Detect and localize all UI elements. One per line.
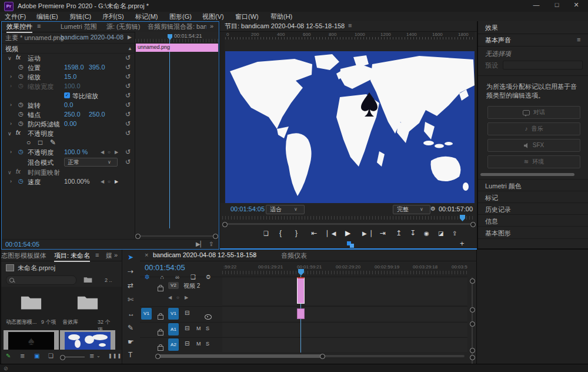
a2-lock-icon[interactable] bbox=[158, 346, 163, 351]
add-marker-button[interactable]: ❑ bbox=[263, 230, 269, 237]
tab-timeline-sequence[interactable]: bandicam 2020-04-08 12-55-18-158 bbox=[153, 251, 256, 258]
markers-header[interactable]: 标记 bbox=[478, 191, 588, 203]
new-bin-icon[interactable] bbox=[83, 276, 92, 283]
ec-motion-label[interactable]: 运动 bbox=[28, 54, 41, 63]
hscroll-right-handle[interactable] bbox=[320, 354, 325, 359]
bin-name[interactable]: 音效库 bbox=[62, 318, 78, 326]
thumbnail-map-clip[interactable] bbox=[60, 330, 115, 350]
ec-antiflicker-value[interactable]: 0.00 bbox=[64, 120, 76, 127]
ec-antiflicker-stopwatch-icon[interactable]: ◷ bbox=[18, 120, 24, 127]
menu-window[interactable]: 窗口(W) bbox=[235, 12, 259, 21]
maximize-button[interactable]: □ bbox=[547, 1, 567, 8]
timeline-hscroll-handle[interactable] bbox=[156, 354, 323, 358]
ec-speed-value[interactable]: 100.00% bbox=[64, 178, 89, 185]
program-scrub-ticks[interactable] bbox=[222, 216, 475, 220]
tab-overflow-icon[interactable]: » bbox=[210, 22, 213, 29]
timeline-timecode[interactable]: 00:01:54:05 bbox=[145, 263, 185, 272]
effects-panel-header[interactable]: 效果 bbox=[478, 21, 588, 34]
v1-track-output-icon[interactable] bbox=[205, 314, 212, 320]
ec-position-reset-icon[interactable]: ↺ bbox=[125, 64, 131, 71]
a1-solo-button[interactable]: S bbox=[206, 326, 209, 331]
a2-solo-button[interactable]: S bbox=[206, 341, 209, 347]
pen-tool[interactable]: ✎ bbox=[128, 324, 133, 332]
ec-antiflicker-reset-icon[interactable]: ↺ bbox=[125, 120, 131, 128]
ec-mini-ruler[interactable] bbox=[135, 39, 219, 42]
v2-keyframe-prev-icon[interactable]: ◀ bbox=[168, 295, 172, 300]
a1-lock-icon[interactable] bbox=[158, 331, 163, 336]
timeline-tab-close-icon[interactable]: × bbox=[145, 251, 148, 258]
ec-opacity-value-reset-icon[interactable]: ↺ bbox=[125, 148, 131, 156]
v2-keyframe-add-icon[interactable]: ○ bbox=[176, 295, 179, 300]
ec-uniform-scale-checkbox[interactable]: ✓ bbox=[64, 92, 70, 98]
extract-button[interactable]: ↧ bbox=[410, 229, 416, 237]
ec-scale-stopwatch-icon[interactable]: ◷ bbox=[18, 73, 24, 79]
a1-lane[interactable] bbox=[222, 322, 467, 337]
tab-audio-clip-mixer[interactable]: 音频剪辑混合器: bandicam 2020-04-0 bbox=[148, 22, 206, 31]
ripple-edit-tool[interactable]: ⇄ bbox=[128, 281, 133, 290]
lift-button[interactable]: ↥ bbox=[396, 229, 402, 237]
vscroll-handle[interactable] bbox=[470, 307, 475, 313]
ec-remap-caret-icon[interactable]: ∨ bbox=[8, 170, 12, 175]
essential-graphics-header[interactable]: 基本图形 bbox=[478, 226, 588, 239]
ec-rotation-reset-icon[interactable]: ↺ bbox=[125, 101, 131, 109]
ec-position-y-value[interactable]: 395.0 bbox=[89, 64, 105, 71]
icon-view-button[interactable]: ▣ bbox=[34, 353, 39, 359]
pen-mask-icon[interactable]: ✎ bbox=[50, 138, 56, 147]
keyframe-add-icon[interactable]: ○ bbox=[108, 179, 111, 184]
v1-track-badge[interactable]: V1 bbox=[168, 308, 179, 320]
ec-sequence-arrow-icon[interactable]: ▶ bbox=[128, 34, 132, 40]
mark-in-button[interactable]: { bbox=[279, 229, 282, 237]
menu-markers[interactable]: 标记(M) bbox=[135, 12, 158, 21]
keyframe-prev-icon[interactable]: ◀ bbox=[101, 150, 104, 155]
ec-play-around-icon[interactable]: ▶▏ bbox=[196, 241, 205, 247]
step-back-button[interactable]: ▏◀ bbox=[327, 230, 336, 237]
program-add-button[interactable]: + bbox=[460, 239, 465, 248]
tag-music-button[interactable]: ♪音乐 bbox=[487, 122, 580, 135]
track-select-forward-tool[interactable]: ⇢ bbox=[128, 267, 133, 275]
tag-ambience-button[interactable]: ≋环境 bbox=[487, 155, 580, 168]
ec-blend-reset-icon[interactable]: ↺ bbox=[125, 158, 131, 166]
tab-program-monitor[interactable]: 节目: bandicam 2020-04-08 12-55-18-158 bbox=[225, 22, 345, 31]
minimize-button[interactable]: — bbox=[526, 1, 546, 8]
search-input[interactable] bbox=[6, 275, 76, 285]
v2-track-badge[interactable]: V2 bbox=[168, 282, 179, 289]
a1-track-badge[interactable]: A1 bbox=[168, 323, 179, 336]
freeform-view-button[interactable]: ❏ bbox=[48, 353, 54, 359]
program-timecode[interactable]: 00:01:54:05 bbox=[230, 205, 265, 212]
menu-view[interactable]: 视图(V) bbox=[202, 12, 224, 21]
go-to-out-button[interactable]: ⇥ bbox=[380, 229, 386, 237]
history-header[interactable]: 历史记录 bbox=[478, 202, 588, 215]
ec-antiflicker-caret-icon[interactable]: › bbox=[10, 121, 12, 127]
ec-scroll-up-icon[interactable]: ▲ bbox=[128, 46, 132, 51]
bin-item-sfx[interactable]: 音效库 32 个项 bbox=[60, 287, 115, 328]
timeline-panel-menu-icon[interactable]: ≡ bbox=[253, 251, 256, 258]
v2-track-label[interactable]: 视频 2 bbox=[183, 282, 200, 290]
ec-scale-width-reset-icon[interactable]: ↺ bbox=[125, 82, 131, 90]
ec-mini-scroll-right-handle[interactable] bbox=[213, 234, 218, 239]
hand-tool[interactable]: ☛ bbox=[128, 338, 134, 346]
clip-v2-unnamed-png[interactable] bbox=[297, 277, 305, 304]
selection-tool[interactable]: ➤ bbox=[128, 253, 133, 261]
ec-mini-scroll-left-handle[interactable] bbox=[135, 234, 141, 239]
ec-opacity-group-caret-icon[interactable]: ∨ bbox=[8, 131, 12, 137]
ec-motion-caret-icon[interactable]: ∨ bbox=[8, 55, 12, 61]
go-to-in-button[interactable]: ⇤ bbox=[311, 229, 317, 237]
program-scroll-right-handle[interactable] bbox=[470, 222, 476, 227]
razor-tool[interactable]: ✄ bbox=[128, 295, 133, 304]
slip-tool[interactable]: ↔ bbox=[128, 310, 135, 318]
program-scroll-left-handle[interactable] bbox=[222, 222, 228, 227]
clip-v1[interactable] bbox=[297, 308, 305, 319]
menu-edit[interactable]: 编辑(E) bbox=[36, 12, 58, 21]
tab-mogrt-media-bin[interactable]: 态图形模板媒体 bbox=[1, 251, 51, 260]
ec-uniform-scale-reset-icon[interactable]: ↺ bbox=[125, 92, 131, 99]
ec-position-stopwatch-icon[interactable]: ◷ bbox=[18, 64, 24, 70]
ec-speed-stopwatch-icon[interactable]: ◷ bbox=[18, 178, 24, 184]
keyframe-next-icon[interactable]: ▶ bbox=[115, 179, 118, 184]
tab-media-browser[interactable]: 媒 bbox=[106, 251, 112, 260]
play-button[interactable]: ▶ bbox=[345, 229, 350, 237]
export-button[interactable]: ⇪ bbox=[452, 230, 457, 237]
zoom-slider-handle[interactable] bbox=[60, 355, 65, 360]
list-view-button[interactable]: ≣ bbox=[20, 353, 25, 359]
automate-to-sequence-icon[interactable]: ❚❚❚ bbox=[108, 353, 122, 358]
program-playhead[interactable] bbox=[460, 215, 465, 221]
